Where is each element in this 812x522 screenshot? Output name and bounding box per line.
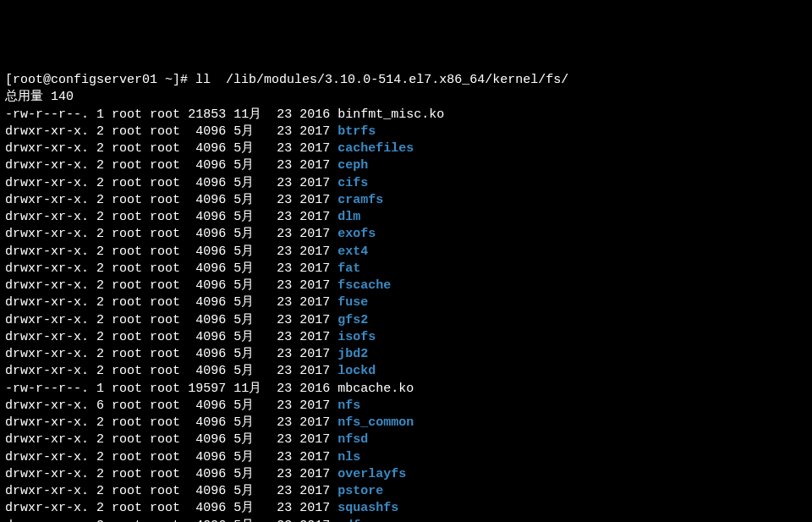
- links: 2: [96, 124, 104, 139]
- folder-icon-name: gfs2: [337, 313, 368, 327]
- perm: drwxr-xr-x.: [5, 193, 89, 207]
- month: 5月: [233, 432, 269, 447]
- list-item: drwxr-xr-x. 2 root root 4096 5月 23 2017 …: [5, 313, 368, 327]
- perm: drwxr-xr-x.: [5, 330, 89, 344]
- day: 23: [277, 501, 292, 515]
- day: 23: [277, 519, 292, 523]
- year: 2017: [299, 124, 330, 139]
- month: 5月: [233, 347, 269, 361]
- links: 6: [96, 398, 104, 413]
- folder-icon-name: cifs: [337, 176, 368, 190]
- size: 21853: [188, 107, 226, 122]
- size: 19597: [188, 382, 226, 396]
- group: root: [150, 141, 180, 156]
- list-item: drwxr-xr-x. 2 root root 4096 5月 23 2017 …: [5, 330, 376, 344]
- year: 2017: [299, 484, 330, 498]
- size: 4096: [188, 347, 226, 361]
- list-item: drwxr-xr-x. 2 root root 4096 5月 23 2017 …: [5, 484, 383, 498]
- year: 2017: [299, 210, 330, 224]
- size: 4096: [188, 415, 226, 430]
- group: root: [150, 347, 180, 361]
- month: 5月: [233, 227, 269, 241]
- folder-icon-name: exofs: [337, 227, 376, 241]
- prompt-close: ]#: [173, 73, 195, 87]
- owner: root: [112, 467, 142, 481]
- group: root: [150, 484, 180, 498]
- owner: root: [112, 107, 142, 122]
- year: 2017: [299, 176, 330, 190]
- perm: -rw-r--r--.: [5, 107, 89, 122]
- prompt-cwd: ~: [165, 73, 173, 87]
- terminal-output[interactable]: [root@configserver01 ~]# ll /lib/modules…: [5, 72, 807, 522]
- month: 5月: [233, 124, 269, 139]
- folder-icon-name: nfsd: [337, 432, 368, 447]
- year: 2017: [299, 330, 330, 344]
- size: 4096: [188, 467, 226, 481]
- group: root: [150, 330, 180, 344]
- day: 23: [277, 158, 292, 173]
- group: root: [150, 382, 180, 396]
- month: 5月: [233, 210, 269, 224]
- links: 2: [96, 432, 104, 447]
- owner: root: [112, 484, 142, 498]
- links: 1: [96, 107, 104, 122]
- size: 4096: [188, 484, 226, 498]
- perm: drwxr-xr-x.: [5, 295, 89, 310]
- year: 2017: [299, 501, 330, 515]
- group: root: [150, 364, 180, 378]
- links: 2: [96, 295, 104, 310]
- list-item: drwxr-xr-x. 2 root root 4096 5月 23 2017 …: [5, 347, 368, 361]
- month: 11月: [233, 382, 269, 396]
- size: 4096: [188, 278, 226, 293]
- day: 23: [277, 382, 292, 396]
- group: root: [150, 261, 180, 276]
- year: 2017: [299, 347, 330, 361]
- perm: -rw-r--r--.: [5, 382, 89, 396]
- size: 4096: [188, 124, 226, 139]
- day: 23: [277, 245, 292, 259]
- links: 2: [96, 141, 104, 156]
- owner: root: [112, 261, 142, 276]
- perm: drwxr-xr-x.: [5, 261, 89, 276]
- perm: drwxr-xr-x.: [5, 467, 89, 481]
- owner: root: [112, 501, 142, 515]
- year: 2017: [299, 519, 330, 523]
- year: 2017: [299, 432, 330, 447]
- group: root: [150, 450, 180, 464]
- perm: drwxr-xr-x.: [5, 176, 89, 190]
- month: 5月: [233, 176, 269, 190]
- group: root: [150, 415, 180, 430]
- list-item: -rw-r--r--. 1 root root 21853 11月 23 201…: [5, 107, 444, 122]
- month: 5月: [233, 295, 269, 310]
- day: 23: [277, 295, 292, 310]
- links: 2: [96, 278, 104, 293]
- group: root: [150, 313, 180, 327]
- prompt-sep: [157, 73, 165, 87]
- folder-icon-name: ceph: [337, 158, 368, 173]
- links: 1: [96, 382, 104, 396]
- folder-icon-name: lockd: [337, 364, 376, 378]
- day: 23: [277, 450, 292, 464]
- owner: root: [112, 382, 142, 396]
- perm: drwxr-xr-x.: [5, 278, 89, 293]
- owner: root: [112, 245, 142, 259]
- group: root: [150, 176, 180, 190]
- size: 4096: [188, 398, 226, 413]
- month: 5月: [233, 398, 269, 413]
- year: 2017: [299, 227, 330, 241]
- year: 2017: [299, 141, 330, 156]
- owner: root: [112, 176, 142, 190]
- folder-icon-name: udf: [337, 519, 360, 523]
- links: 2: [96, 313, 104, 327]
- perm: drwxr-xr-x.: [5, 519, 89, 523]
- day: 23: [277, 176, 292, 190]
- day: 23: [277, 261, 292, 276]
- file-listing: -rw-r--r--. 1 root root 21853 11月 23 201…: [5, 107, 807, 523]
- links: 2: [96, 467, 104, 481]
- list-item: drwxr-xr-x. 2 root root 4096 5月 23 2017 …: [5, 432, 368, 447]
- month: 5月: [233, 141, 269, 156]
- size: 4096: [188, 158, 226, 173]
- month: 5月: [233, 484, 269, 498]
- size: 4096: [188, 245, 226, 259]
- month: 5月: [233, 193, 269, 207]
